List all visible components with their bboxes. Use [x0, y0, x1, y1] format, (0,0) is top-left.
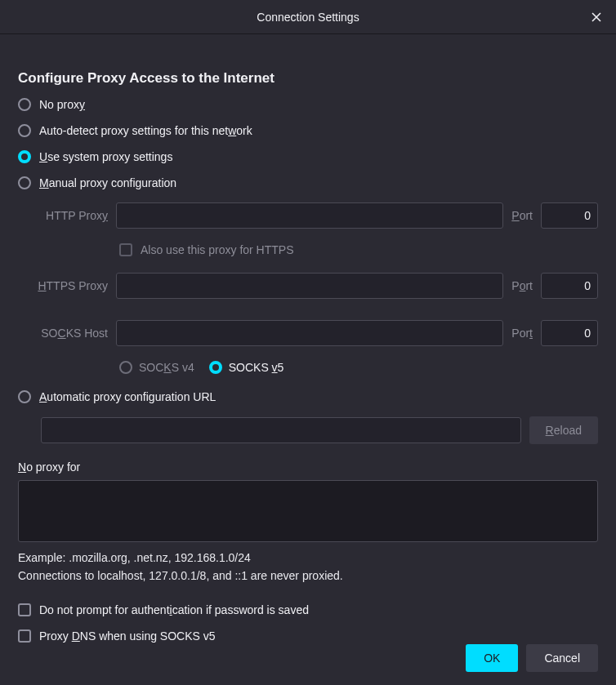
checkbox-label: Proxy DNS when using SOCKS v5 — [39, 629, 216, 643]
radio-label: Automatic proxy configuration URL — [39, 390, 216, 403]
socks-v4-label: SOCKS v4 — [139, 361, 194, 374]
https-proxy-row: HTTPS Proxy Port — [33, 273, 598, 299]
https-proxy-label: HTTPS Proxy — [33, 279, 108, 292]
http-proxy-row: HTTP Proxy Port — [33, 202, 598, 229]
https-port-label: Port — [511, 279, 533, 292]
radio-socks-v5[interactable]: SOCKS v5 — [209, 361, 284, 374]
radio-label: Auto-detect proxy settings for this netw… — [39, 124, 252, 137]
radio-icon — [18, 124, 31, 137]
http-port-input[interactable] — [541, 202, 598, 229]
http-proxy-input[interactable] — [116, 202, 503, 229]
radio-icon-selected — [209, 361, 222, 374]
radio-icon — [18, 98, 31, 111]
https-port-input[interactable] — [541, 273, 598, 299]
cancel-button[interactable]: Cancel — [526, 644, 598, 672]
http-port-label: Port — [511, 209, 533, 222]
reload-button[interactable]: Reload — [529, 416, 598, 444]
example-text: Example: .mozilla.org, .net.nz, 192.168.… — [18, 551, 598, 564]
socks-v5-label: SOCKS v5 — [229, 361, 284, 374]
dialog-footer: OK Cancel — [466, 644, 598, 672]
ok-button[interactable]: OK — [466, 644, 518, 672]
radio-use-system[interactable]: Use system proxy settings — [18, 150, 598, 163]
dialog-title: Connection Settings — [257, 11, 359, 24]
close-button[interactable] — [587, 7, 606, 27]
radio-no-proxy[interactable]: No proxy — [18, 98, 598, 111]
title-bar: Connection Settings — [0, 0, 616, 34]
socks-version-row: SOCKS v4 SOCKS v5 — [119, 361, 598, 374]
no-proxy-for-textarea[interactable] — [18, 480, 598, 542]
pac-url-row: Reload — [41, 416, 598, 444]
radio-socks-v4[interactable]: SOCKS v4 — [119, 361, 194, 374]
radio-label: No proxy — [39, 98, 85, 111]
socks-port-input[interactable] — [541, 320, 598, 346]
checkbox-label: Do not prompt for authentication if pass… — [39, 603, 309, 616]
radio-manual[interactable]: Manual proxy configuration — [18, 176, 598, 189]
radio-icon — [18, 390, 31, 403]
pac-url-input[interactable] — [41, 417, 521, 443]
radio-icon — [119, 361, 132, 374]
close-icon — [591, 11, 602, 23]
checkbox-no-auth-prompt[interactable]: Do not prompt for authentication if pass… — [18, 603, 598, 616]
checkbox-icon — [18, 603, 31, 616]
socks-host-label: SOCKS Host — [33, 327, 108, 340]
localhost-note: Connections to localhost, 127.0.0.1/8, a… — [18, 569, 598, 582]
checkbox-icon — [119, 243, 132, 256]
socks-host-row: SOCKS Host Port — [33, 320, 598, 346]
socks-port-label: Port — [511, 327, 533, 340]
https-proxy-input[interactable] — [116, 273, 503, 299]
socks-host-input[interactable] — [116, 320, 503, 346]
radio-label: Manual proxy configuration — [39, 176, 176, 189]
no-proxy-for-label: No proxy for — [18, 460, 598, 474]
radio-icon-selected — [18, 150, 31, 163]
section-heading: Configure Proxy Access to the Internet — [18, 70, 598, 87]
http-proxy-label: HTTP Proxy — [33, 209, 108, 222]
also-https-row[interactable]: Also use this proxy for HTTPS — [119, 243, 598, 256]
radio-auto-detect[interactable]: Auto-detect proxy settings for this netw… — [18, 124, 598, 137]
checkbox-proxy-dns[interactable]: Proxy DNS when using SOCKS v5 — [18, 629, 598, 643]
radio-icon — [18, 176, 31, 189]
radio-auto-config-url[interactable]: Automatic proxy configuration URL — [18, 390, 598, 403]
radio-label: Use system proxy settings — [39, 150, 172, 163]
also-https-label: Also use this proxy for HTTPS — [141, 243, 294, 256]
checkbox-icon — [18, 629, 31, 643]
